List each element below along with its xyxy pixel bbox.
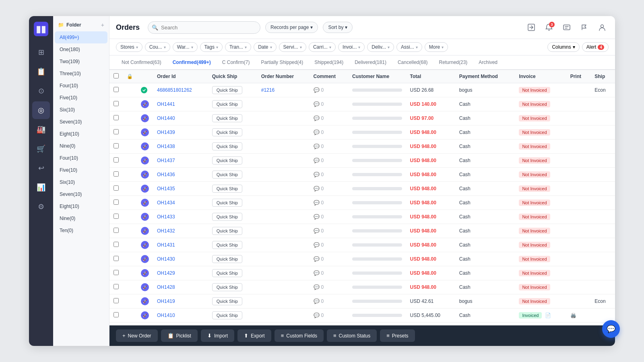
tab-shipped[interactable]: Shipped(194) xyxy=(309,56,349,70)
row-checkbox[interactable] xyxy=(114,143,119,148)
flag-button[interactable] xyxy=(578,21,591,34)
filter-date[interactable]: Date▾ xyxy=(254,42,276,52)
quick-ship-button[interactable]: Quick Ship xyxy=(212,283,242,291)
import-button[interactable]: ⬇ Import xyxy=(201,329,234,342)
folder-item-eight2[interactable]: Eight(10) xyxy=(55,200,107,212)
custom-status-button[interactable]: ≡ Custom Status xyxy=(327,329,377,342)
folder-item-six1[interactable]: Six(10) xyxy=(55,104,107,116)
quick-ship-button[interactable]: Quick Ship xyxy=(212,213,242,221)
order-id-link[interactable]: OH1433 xyxy=(157,214,175,220)
order-id-link[interactable]: OH1437 xyxy=(157,158,175,163)
sidebar-item-warehouse[interactable]: 🏭 xyxy=(32,121,50,138)
columns-button[interactable]: Columns ▾ xyxy=(547,42,579,52)
search-input[interactable] xyxy=(148,21,260,34)
sidebar-item-orders[interactable]: 📋 xyxy=(32,63,50,80)
row-checkbox[interactable] xyxy=(114,242,119,247)
folder-item-eight1[interactable]: Eight(10) xyxy=(55,128,107,140)
tab-confirmed[interactable]: Confirmed(499+) xyxy=(167,56,217,70)
select-all-checkbox[interactable] xyxy=(114,73,119,78)
filter-service[interactable]: Servi...▾ xyxy=(279,42,306,52)
filter-invoice[interactable]: Invoi...▾ xyxy=(338,42,365,52)
th-ship[interactable]: Ship xyxy=(590,70,615,83)
records-per-page-button[interactable]: Records per page ▾ xyxy=(265,22,318,33)
quick-ship-button[interactable]: Quick Ship xyxy=(212,255,242,263)
th-customer-name[interactable]: Customer Name xyxy=(348,70,406,83)
sidebar-item-returns[interactable]: ↩ xyxy=(32,159,50,177)
tab-partially-shipped[interactable]: Partially Shipped(4) xyxy=(255,56,309,70)
order-id-link[interactable]: 4686851801262 xyxy=(157,87,192,93)
sidebar-item-settings[interactable]: ⚙ xyxy=(32,198,50,216)
folder-item-seven1[interactable]: Seven(10) xyxy=(55,116,107,128)
row-checkbox[interactable] xyxy=(114,228,119,233)
sidebar-item-reports[interactable]: 📊 xyxy=(32,179,50,196)
folder-item-two[interactable]: Two(109) xyxy=(55,56,107,68)
row-checkbox[interactable] xyxy=(114,270,119,275)
custom-fields-button[interactable]: ≡ Custom Fields xyxy=(275,329,324,342)
order-id-link[interactable]: OH1419 xyxy=(157,298,175,304)
filter-stores[interactable]: Stores▾ xyxy=(116,42,142,52)
order-id-link[interactable]: OH1434 xyxy=(157,200,175,206)
quick-ship-button[interactable]: Quick Ship xyxy=(212,142,242,150)
order-id-link[interactable]: OH1431 xyxy=(157,242,175,248)
filter-carrier[interactable]: Carri...▾ xyxy=(309,42,336,52)
folder-item-nine2[interactable]: Nine(0) xyxy=(55,212,107,224)
tab-cancelled[interactable]: Cancelled(68) xyxy=(392,56,433,70)
quick-ship-button[interactable]: Quick Ship xyxy=(212,227,242,235)
folder-item-all[interactable]: All(499+) xyxy=(55,31,107,43)
row-checkbox[interactable] xyxy=(114,171,119,177)
folder-item-three[interactable]: Three(10) xyxy=(55,68,107,80)
quick-ship-button[interactable]: Quick Ship xyxy=(212,114,242,122)
folder-item-seven2[interactable]: Seven(10) xyxy=(55,188,107,200)
sort-by-button[interactable]: Sort by ▾ xyxy=(323,22,353,33)
row-checkbox[interactable] xyxy=(114,157,119,162)
chat-bubble-button[interactable]: 💬 xyxy=(602,320,620,338)
th-invoice[interactable]: Invoice xyxy=(515,70,566,83)
row-checkbox[interactable] xyxy=(114,129,119,134)
notifications-button[interactable]: 3 xyxy=(543,21,555,34)
th-order-number[interactable]: Order Number xyxy=(257,70,310,83)
quick-ship-button[interactable]: Quick Ship xyxy=(212,171,242,179)
row-checkbox[interactable] xyxy=(114,312,119,317)
tab-not-confirmed[interactable]: Not Confirmed(63) xyxy=(116,56,167,70)
quick-ship-button[interactable]: Quick Ship xyxy=(212,241,242,249)
picklist-button[interactable]: 📋 Picklist xyxy=(161,329,198,342)
th-payment-method[interactable]: Payment Method xyxy=(455,70,515,83)
sidebar-item-dashboard[interactable]: ⊞ xyxy=(32,43,50,61)
folder-item-one[interactable]: One(180) xyxy=(55,43,107,56)
order-id-link[interactable]: OH1438 xyxy=(157,144,175,149)
user-button[interactable] xyxy=(596,21,609,34)
row-checkbox[interactable] xyxy=(114,115,119,120)
tab-delivered[interactable]: Delivered(181) xyxy=(349,56,392,70)
tab-returned[interactable]: Returned(23) xyxy=(433,56,473,70)
th-total[interactable]: Total xyxy=(406,70,455,83)
quick-ship-button[interactable]: Quick Ship xyxy=(212,199,242,207)
th-print[interactable]: Print xyxy=(566,70,591,83)
folder-item-ten[interactable]: Ten(0) xyxy=(55,224,107,237)
row-checkbox[interactable] xyxy=(114,101,119,106)
row-checkbox[interactable] xyxy=(114,256,119,261)
th-quick-ship[interactable]: Quick Ship xyxy=(208,70,257,83)
filter-assigned[interactable]: Assi...▾ xyxy=(396,42,422,52)
sidebar-item-cart[interactable]: 🛒 xyxy=(32,140,50,158)
order-id-link[interactable]: OH1435 xyxy=(157,186,175,191)
quick-ship-button[interactable]: Quick Ship xyxy=(212,269,242,277)
order-number-link[interactable]: #1216 xyxy=(261,87,275,93)
order-id-link[interactable]: OH1428 xyxy=(157,284,175,290)
th-order-id[interactable]: Order Id xyxy=(153,70,208,83)
order-id-link[interactable]: OH1430 xyxy=(157,256,175,262)
print-icon[interactable]: 🖨️ xyxy=(570,313,576,318)
filter-tags[interactable]: Tags▾ xyxy=(200,42,223,52)
filter-delivery[interactable]: Deliv...▾ xyxy=(367,42,394,52)
quick-ship-button[interactable]: Quick Ship xyxy=(212,100,242,108)
export-icon-button[interactable] xyxy=(525,21,538,34)
folder-item-five1[interactable]: Five(10) xyxy=(55,92,107,104)
filter-more[interactable]: More▾ xyxy=(425,42,448,52)
sidebar-item-location[interactable]: ◎ xyxy=(32,101,50,119)
export-button[interactable]: ⬆ Export xyxy=(237,329,271,342)
quick-ship-button[interactable]: Quick Ship xyxy=(212,128,242,136)
quick-ship-button[interactable]: Quick Ship xyxy=(212,311,242,319)
order-id-link[interactable]: OH1429 xyxy=(157,270,175,276)
row-checkbox[interactable] xyxy=(114,214,119,219)
presets-button[interactable]: ≡ Presets xyxy=(380,329,415,342)
order-id-link[interactable]: OH1440 xyxy=(157,115,175,121)
